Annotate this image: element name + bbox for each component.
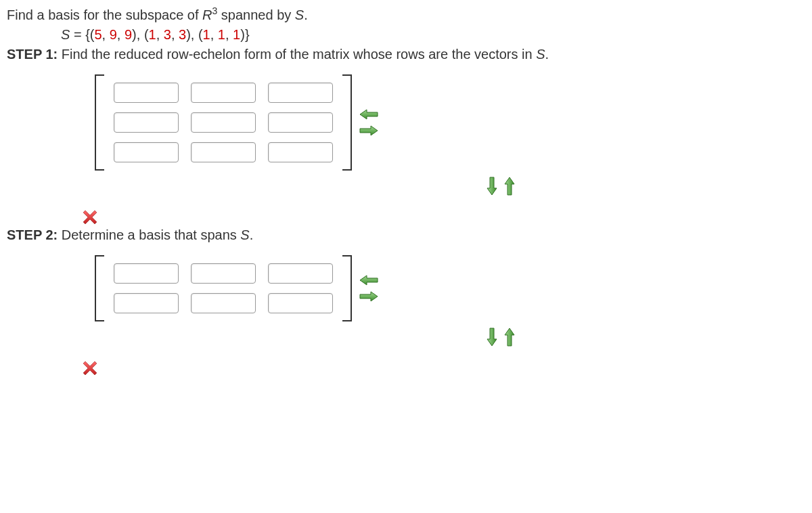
m2-r2c1-input[interactable] bbox=[114, 293, 179, 313]
step1-period: . bbox=[545, 47, 549, 62]
col-resize-controls-2 bbox=[359, 274, 379, 303]
set-open: {( bbox=[85, 27, 94, 42]
v2b: 3 bbox=[164, 27, 171, 42]
add-row-button[interactable] bbox=[486, 176, 498, 196]
symbol-S: S bbox=[295, 7, 304, 22]
c3: , bbox=[156, 27, 164, 42]
symbol-R: R bbox=[202, 7, 212, 22]
col-resize-controls bbox=[359, 108, 379, 137]
step2-period: . bbox=[250, 227, 254, 242]
c4: , bbox=[171, 27, 179, 42]
set-definition: S = {(5, 9, 9), (1, 3, 3), (1, 1, 1)} bbox=[61, 27, 805, 43]
remove-row-button[interactable] bbox=[503, 176, 516, 196]
svg-marker-6 bbox=[360, 292, 378, 301]
m1-r2c2-input[interactable] bbox=[191, 112, 256, 133]
step2-line: STEP 2: Determine a basis that spans S. bbox=[7, 227, 805, 243]
v2a: 1 bbox=[149, 27, 156, 42]
m2-r2c3-input[interactable] bbox=[268, 293, 333, 313]
row-resize-controls bbox=[95, 176, 805, 196]
step2-S: S bbox=[240, 227, 249, 242]
svg-marker-5 bbox=[360, 275, 378, 285]
svg-marker-7 bbox=[487, 328, 497, 346]
incorrect-mark-step1 bbox=[81, 208, 805, 226]
bracket-left-icon bbox=[95, 74, 104, 171]
step2-label: STEP 2: bbox=[7, 227, 58, 242]
m1-r1c2-input[interactable] bbox=[191, 83, 256, 103]
m2-r1c2-input[interactable] bbox=[191, 263, 256, 284]
question-mid: spanned by bbox=[217, 7, 295, 22]
v3c: 1 bbox=[233, 27, 240, 42]
m1-r1c3-input[interactable] bbox=[268, 83, 333, 103]
v1c: 9 bbox=[125, 27, 132, 42]
c1: , bbox=[102, 27, 110, 42]
c5: , bbox=[210, 27, 218, 42]
step1-text: Find the reduced row-echelon form of the… bbox=[58, 47, 536, 62]
sep1: ), ( bbox=[132, 27, 148, 42]
sep2: ), ( bbox=[186, 27, 202, 42]
m1-r1c1-input[interactable] bbox=[114, 83, 179, 103]
v1b: 9 bbox=[110, 27, 117, 42]
m2-r1c1-input[interactable] bbox=[114, 263, 179, 284]
matrix-step2 bbox=[95, 255, 805, 321]
svg-marker-0 bbox=[360, 110, 378, 119]
m2-r1c3-input[interactable] bbox=[268, 263, 333, 284]
v2c: 3 bbox=[179, 27, 186, 42]
m1-r3c1-input[interactable] bbox=[114, 142, 179, 162]
v3b: 1 bbox=[218, 27, 225, 42]
bracket-right-icon-2 bbox=[342, 255, 352, 321]
svg-marker-8 bbox=[505, 328, 514, 346]
m1-r2c3-input[interactable] bbox=[268, 112, 333, 133]
bracket-right-icon bbox=[342, 74, 352, 171]
step1-label: STEP 1: bbox=[7, 47, 58, 62]
svg-marker-2 bbox=[487, 177, 497, 195]
question-text: Find a basis for the subspace of R3 span… bbox=[7, 5, 805, 23]
svg-marker-1 bbox=[360, 126, 378, 135]
question-pre: Find a basis for the subspace of bbox=[7, 7, 202, 22]
svg-marker-9 bbox=[83, 361, 97, 375]
add-column-button[interactable] bbox=[359, 125, 379, 137]
m2-r2c2-input[interactable] bbox=[191, 293, 256, 313]
remove-column-button-2[interactable] bbox=[359, 274, 379, 286]
m1-r3c2-input[interactable] bbox=[191, 142, 256, 162]
matrix-step1-grid bbox=[111, 74, 336, 171]
step1-S: S bbox=[536, 47, 545, 62]
matrix-step1 bbox=[95, 74, 805, 171]
bracket-left-icon-2 bbox=[95, 255, 104, 321]
add-row-button-2[interactable] bbox=[486, 327, 498, 347]
m1-r2c1-input[interactable] bbox=[114, 112, 179, 133]
add-column-button-2[interactable] bbox=[359, 290, 379, 303]
svg-marker-4 bbox=[83, 210, 97, 224]
m1-r3c3-input[interactable] bbox=[268, 142, 333, 162]
row-resize-controls-2 bbox=[95, 327, 805, 347]
v3a: 1 bbox=[203, 27, 210, 42]
v1a: 5 bbox=[94, 27, 102, 42]
c6: , bbox=[225, 27, 233, 42]
remove-row-button-2[interactable] bbox=[503, 327, 516, 347]
svg-marker-3 bbox=[505, 177, 514, 195]
set-S: S bbox=[61, 27, 70, 42]
c2: , bbox=[117, 27, 125, 42]
set-close: )} bbox=[240, 27, 249, 42]
incorrect-mark-step2 bbox=[81, 359, 805, 377]
question-period: . bbox=[304, 7, 308, 22]
step1-line: STEP 1: Find the reduced row-echelon for… bbox=[7, 47, 805, 62]
remove-column-button[interactable] bbox=[359, 108, 379, 120]
step2-text: Determine a basis that spans bbox=[58, 227, 240, 242]
set-eq: = bbox=[70, 27, 85, 42]
matrix-step2-grid bbox=[111, 255, 336, 321]
